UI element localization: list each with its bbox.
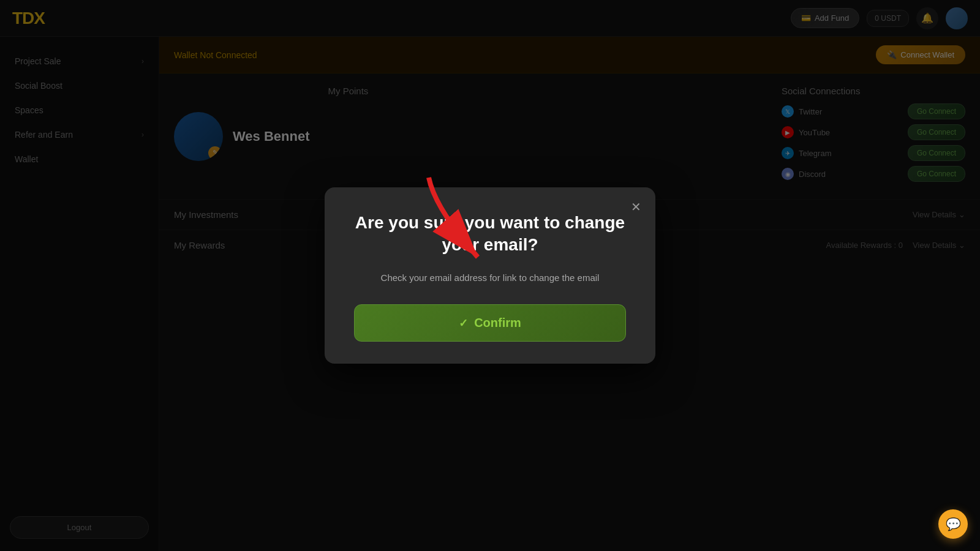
dialog-backdrop: ✕ Are you sure you want to change your e… [0,0,980,551]
email-change-modal: ✕ Are you sure you want to change your e… [325,187,655,364]
modal-close-button[interactable]: ✕ [626,197,646,217]
chat-icon: 💬 [946,517,961,531]
confirm-button[interactable]: ✓ Confirm [354,304,626,342]
modal-subtitle: Check your email address for link to cha… [354,271,626,285]
chat-widget[interactable]: 💬 [938,509,968,539]
modal-title: Are you sure you want to change your ema… [354,212,626,257]
checkmark-icon: ✓ [459,317,468,330]
